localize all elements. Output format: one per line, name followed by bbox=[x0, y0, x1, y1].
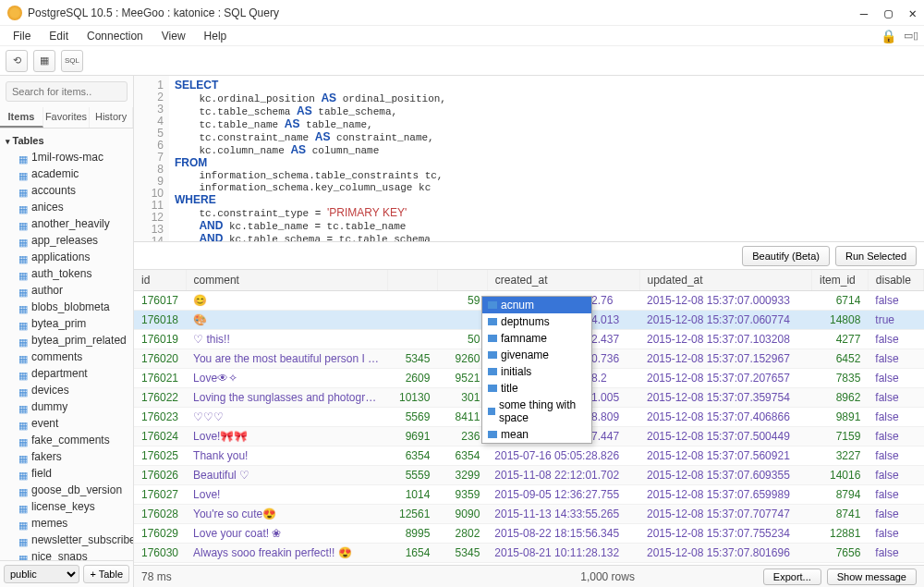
cell[interactable]: 2609 bbox=[387, 563, 437, 566]
cell[interactable] bbox=[387, 330, 437, 349]
cell[interactable]: 9691 bbox=[387, 427, 437, 446]
autocomplete-item[interactable]: title bbox=[482, 380, 591, 397]
cell[interactable]: 2015-12-08 15:37:07.801696 bbox=[639, 544, 812, 563]
table-row[interactable]: 176028You're so cute😍1256190902015-11-13… bbox=[134, 505, 924, 524]
cell[interactable]: 176031 bbox=[134, 563, 186, 566]
cell[interactable]: 176017 bbox=[134, 291, 186, 311]
table-comments[interactable]: comments bbox=[0, 349, 133, 365]
cell[interactable]: 176018 bbox=[134, 311, 186, 330]
cell[interactable]: Love🎀 bbox=[186, 563, 387, 566]
autocomplete-popup[interactable]: acnumdeptnumsfamnamegivenameinitialstitl… bbox=[481, 296, 592, 444]
tab-history[interactable]: History bbox=[90, 107, 133, 128]
column-header[interactable] bbox=[437, 270, 487, 291]
tab-items[interactable]: Items bbox=[0, 107, 43, 128]
autocomplete-item[interactable]: givename bbox=[482, 347, 591, 363]
cell[interactable]: false bbox=[868, 330, 923, 349]
code-area[interactable]: SELECT kc.ordinal_position AS ordinal_po… bbox=[169, 76, 924, 241]
table-row[interactable]: 176025Thank you!635463542015-07-16 05:05… bbox=[134, 446, 924, 466]
results-grid[interactable]: acnumdeptnumsfamnamegivenameinitialstitl… bbox=[134, 270, 924, 565]
cell[interactable]: 2015-12-08 15:37:07.359754 bbox=[639, 388, 812, 408]
table-dummy[interactable]: dummy bbox=[0, 398, 133, 415]
cell[interactable]: false bbox=[868, 369, 923, 388]
cell[interactable]: Thank you! bbox=[186, 446, 387, 466]
cell[interactable]: 11210 bbox=[812, 563, 869, 566]
cell[interactable]: 6714 bbox=[812, 291, 869, 311]
cell[interactable]: 2015-12-08 15:37:07.659989 bbox=[639, 485, 812, 505]
cell[interactable]: 2015-12-08 15:37:07.207657 bbox=[639, 369, 812, 388]
cell[interactable]: 176021 bbox=[134, 369, 186, 388]
sql-button[interactable]: SQL bbox=[61, 50, 83, 72]
column-header[interactable]: id bbox=[134, 270, 186, 291]
cell[interactable]: 176022 bbox=[134, 388, 186, 408]
cell[interactable]: 176030 bbox=[134, 544, 186, 563]
cell[interactable]: Beautiful ♡ bbox=[186, 466, 387, 485]
column-header[interactable] bbox=[387, 270, 437, 291]
cell[interactable]: 176019 bbox=[134, 330, 186, 349]
cell[interactable]: 8411 bbox=[437, 408, 487, 427]
cell[interactable]: 12881 bbox=[812, 524, 869, 544]
table-auth_tokens[interactable]: auth_tokens bbox=[0, 265, 133, 282]
add-table-button[interactable]: + Table bbox=[83, 565, 129, 583]
cell[interactable]: 236 bbox=[437, 427, 487, 446]
cell[interactable]: 8794 bbox=[812, 485, 869, 505]
cell[interactable]: 10130 bbox=[387, 388, 437, 408]
cell[interactable]: ♡ this!! bbox=[186, 330, 387, 349]
cell[interactable]: 12561 bbox=[387, 505, 437, 524]
beautify-button[interactable]: Beautify (Beta) bbox=[742, 246, 830, 266]
cell[interactable]: 2015-12-08 15:37:07.000933 bbox=[639, 291, 812, 311]
cell[interactable]: 🎨 bbox=[186, 311, 387, 330]
cell[interactable]: 14016 bbox=[812, 466, 869, 485]
search-input[interactable] bbox=[6, 81, 128, 102]
maximize-button[interactable]: ▢ bbox=[884, 6, 892, 20]
table-view-button[interactable]: ▦ bbox=[33, 50, 55, 72]
cell[interactable]: false bbox=[868, 505, 923, 524]
cell[interactable]: 2015-12-08 15:37:07.152967 bbox=[639, 349, 812, 369]
cell[interactable]: 9891 bbox=[812, 408, 869, 427]
table-bytea_prim_related[interactable]: bytea_prim_related bbox=[0, 332, 133, 349]
cell[interactable]: 5559 bbox=[387, 466, 437, 485]
menu-file[interactable]: File bbox=[6, 28, 38, 44]
cell[interactable]: 2015-12-08 15:37:07.560921 bbox=[639, 446, 812, 466]
table-row[interactable]: 176031Love🎀260914422015-10-05 13:40:01.0… bbox=[134, 563, 924, 566]
table-blobs_blobmeta[interactable]: blobs_blobmeta bbox=[0, 299, 133, 315]
cell[interactable]: 2015-08-21 10:11:28.132 bbox=[487, 544, 639, 563]
cell[interactable]: 6452 bbox=[812, 349, 869, 369]
table-fakers[interactable]: fakers bbox=[0, 448, 133, 465]
cell[interactable]: You are the most beautiful person I have… bbox=[186, 349, 387, 369]
table-department[interactable]: department bbox=[0, 365, 133, 382]
cell[interactable]: 176025 bbox=[134, 446, 186, 466]
minimize-button[interactable]: — bbox=[860, 6, 868, 20]
cell[interactable]: Always sooo freakin perfect!! 😍 bbox=[186, 544, 387, 563]
cell[interactable]: ♡♡♡ bbox=[186, 408, 387, 427]
cell[interactable]: 9359 bbox=[437, 485, 487, 505]
autocomplete-item[interactable]: famname bbox=[482, 330, 591, 347]
autocomplete-item[interactable]: some thing with space bbox=[482, 397, 591, 426]
column-header[interactable]: created_at bbox=[487, 270, 639, 291]
table-1mil-rows-mac[interactable]: 1mil-rows-mac bbox=[0, 149, 133, 165]
cell[interactable]: 3299 bbox=[437, 466, 487, 485]
table-row[interactable]: 176026Beautiful ♡555932992015-11-08 22:1… bbox=[134, 466, 924, 485]
cell[interactable]: 2015-08-22 18:15:56.345 bbox=[487, 524, 639, 544]
cell[interactable] bbox=[437, 311, 487, 330]
cell[interactable]: false bbox=[868, 485, 923, 505]
export-button[interactable]: Export... bbox=[763, 569, 821, 585]
cell[interactable]: 2015-11-13 14:33:55.265 bbox=[487, 505, 639, 524]
autocomplete-item[interactable]: deptnums bbox=[482, 313, 591, 330]
cell[interactable]: 2015-09-05 12:36:27.755 bbox=[487, 485, 639, 505]
cell[interactable]: false bbox=[868, 291, 923, 311]
table-goose_db_version[interactable]: goose_db_version bbox=[0, 482, 133, 498]
cell[interactable]: 2015-12-08 15:37:07.060774 bbox=[639, 311, 812, 330]
cell[interactable]: 7159 bbox=[812, 427, 869, 446]
cell[interactable]: 2015-11-08 22:12:01.702 bbox=[487, 466, 639, 485]
cell[interactable]: 1014 bbox=[387, 485, 437, 505]
close-button[interactable]: ✕ bbox=[909, 6, 917, 20]
table-author[interactable]: author bbox=[0, 282, 133, 299]
cell[interactable]: 2015-12-08 15:37:07.707747 bbox=[639, 505, 812, 524]
column-header[interactable]: comment bbox=[186, 270, 387, 291]
cell[interactable]: false bbox=[868, 446, 923, 466]
cell[interactable]: 2015-12-08 15:37:07.406866 bbox=[639, 408, 812, 427]
schema-select[interactable]: public bbox=[4, 565, 79, 583]
table-row[interactable]: 176027Love!101493592015-09-05 12:36:27.7… bbox=[134, 485, 924, 505]
cell[interactable]: Loving the sunglasses and photography😍..… bbox=[186, 388, 387, 408]
cell[interactable]: Love!🎀🎀 bbox=[186, 427, 387, 446]
